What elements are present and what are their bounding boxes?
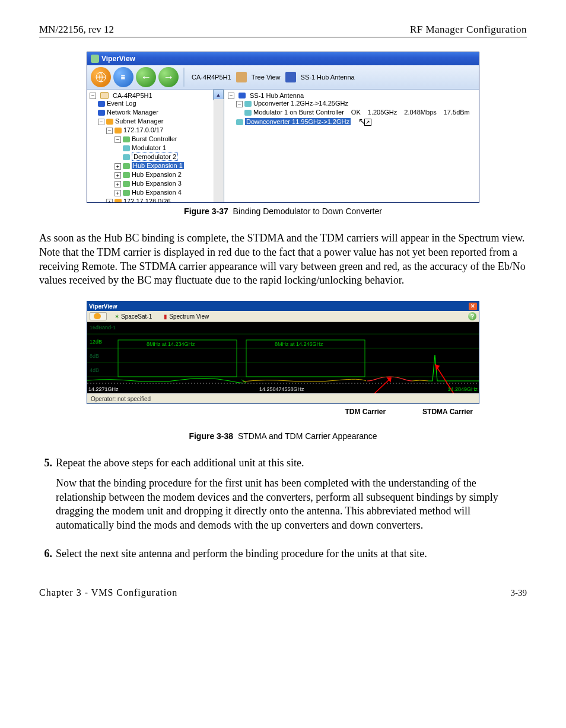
satellite-icon [236,72,247,82]
tree-item-modulator1[interactable]: Modulator 1 [132,144,166,151]
status-operator: Operator: not specified [91,396,151,402]
modulator-icon [244,110,252,116]
collapse-icon[interactable]: − [115,136,121,143]
tree-root-label[interactable]: CA-4R4P5H1 [113,92,152,99]
tab-bar: ✶SpaceSat-1 ▮Spectrum View ? [87,311,479,322]
step-number: 6. [39,547,52,567]
globe-icon [96,72,106,82]
window-titlebar[interactable]: ViperView [87,52,479,65]
tree-item-demodulator2[interactable]: Demodulator 2 [132,152,178,161]
mod-datarate: 2.048Mbps [404,108,436,117]
tree-item-eventlog[interactable]: Event Log [107,100,136,107]
callout-tdm-carrier: TDM Carrier [345,408,386,416]
status-bar: Operator: not specified [87,393,479,403]
close-button[interactable]: ✕ [469,303,477,310]
spectrum-plot[interactable]: 16dBand-1 12dB 8dB 4dB 8MHz at 14.234GHz… [87,322,479,393]
modulator-icon [123,145,130,151]
step-lead-sentence: Repeat the above steps for each addition… [56,456,527,471]
forward-button[interactable]: → [158,67,179,87]
tree-item-subnet1[interactable]: 172.17.0.0/17 [123,126,163,133]
help-button[interactable]: ? [468,312,476,320]
scrollbar-track[interactable] [214,99,224,202]
tree-item-hub4[interactable]: Hub Expansion 4 [132,189,182,196]
y-label: 8dB [90,353,99,359]
page-number: 3-39 [511,588,527,598]
antenna-icon [285,72,296,82]
y-label: 12dB [90,339,102,345]
expand-icon[interactable]: + [115,190,121,196]
step-6: 6. Select the next site antenna and perf… [39,547,527,567]
view-mode-label[interactable]: Tree View [252,74,281,81]
body-paragraph: As soon as the Hub BC binding is complet… [39,231,527,288]
chapter-label: Chapter 3 - VMS Configuration [39,587,177,598]
right-item-upconverter[interactable]: Upconverter 1.2GHz->14.25GHz [253,100,348,107]
log-icon [98,101,105,107]
tab-label: Spectrum View [169,313,209,320]
tree-item-burst-controller[interactable]: Burst Controller [132,135,177,142]
step-body: Now that the binding procedure for the f… [56,476,527,533]
subnet-manager-icon [106,119,113,125]
toolbar-separator [183,68,185,87]
step-body: Select the next site antenna and perform… [56,547,427,561]
section-title: RF Manager Configuration [410,24,527,36]
device-icon [123,136,130,142]
mod-power: 17.5dBm [444,108,470,117]
home-button[interactable] [91,67,111,87]
tree-item-hub2[interactable]: Hub Expansion 2 [132,171,182,178]
device-icon [123,172,130,178]
globe-icon [94,313,101,319]
table-row[interactable]: Modulator 1 on Burst Controller OK 1.205… [244,108,475,117]
collapse-icon[interactable]: − [106,128,113,134]
right-item-downconverter[interactable]: Downconverter 11.95GHz->1.2GHz [245,118,351,125]
collapse-icon[interactable]: − [228,93,234,99]
close-icon: ✕ [470,303,475,309]
mod-status: OK [351,108,361,117]
right-tree-panel[interactable]: −SS-1 Hub Antenna −Upconverter 1.2GHz->1… [224,90,479,202]
mod-name: Modulator 1 on Burst Controller [253,109,344,116]
server-icon [100,92,109,99]
y-label-top: 16dBand-1 [90,325,116,330]
right-root-antenna[interactable]: SS-1 Hub Antenna [250,92,304,99]
device-icon [123,190,130,196]
demodulator-icon [123,154,130,160]
step-5: 5. Repeat the above steps for each addit… [39,456,527,539]
tab-spectrum[interactable]: ▮Spectrum View [160,312,213,321]
tab-label: SpaceSat-1 [121,313,152,320]
breadcrumb-antenna[interactable]: SS-1 Hub Antenna [301,74,355,81]
arrow-right-icon: → [163,71,174,84]
window-titlebar[interactable]: ViperView ✕ [87,301,479,311]
tree-item-subnet-manager[interactable]: Subnet Manager [115,117,163,125]
expand-icon[interactable]: + [106,199,113,202]
viperview-spectrum-window: ViperView ✕ ✶SpaceSat-1 ▮Spectrum View ? [87,301,479,404]
device-icon [123,181,130,187]
step-number: 5. [39,456,52,539]
spectrum-icon: ▮ [164,313,167,320]
back-button[interactable]: ← [136,67,156,87]
left-tree-panel[interactable]: ▲ −CA-4R4P5H1 Event Log Network Manager … [87,90,224,202]
tab-spacesat[interactable]: ✶SpaceSat-1 [110,312,156,321]
app-icon [91,55,99,63]
y-label: 4dB [90,367,99,373]
tree-item-hub1[interactable]: Hub Expansion 1 [132,162,184,169]
tab-home[interactable] [90,312,107,320]
toolbar: ≡ ← → CA-4R4P5H1 Tree View SS-1 Hub Ante… [87,65,479,90]
list-icon: ≡ [120,73,126,81]
subnet-icon [115,128,122,133]
breadcrumb-root[interactable]: CA-4R4P5H1 [192,74,231,81]
mod-frequency: 1.205GHz [368,108,398,117]
collapse-icon[interactable]: − [90,93,96,99]
list-button[interactable]: ≡ [113,67,133,87]
callout-stdma-carrier: STDMA Carrier [422,408,473,416]
window-title: ViperView [89,303,117,310]
help-icon: ? [470,313,474,320]
expand-icon[interactable]: + [115,172,121,179]
tree-item-hub3[interactable]: Hub Expansion 3 [132,180,182,187]
expand-icon[interactable]: + [115,163,121,170]
expand-icon[interactable]: + [115,181,121,187]
tree-item-subnet2[interactable]: 172.17.128.0/26 [123,198,171,202]
subnet-icon [115,199,122,202]
collapse-icon[interactable]: − [236,101,243,107]
figure-caption: Figure 3-38 STDMA and TDM Carrier Appear… [39,431,527,441]
tree-item-network-manager[interactable]: Network Manager [107,109,158,116]
collapse-icon[interactable]: − [98,119,104,125]
